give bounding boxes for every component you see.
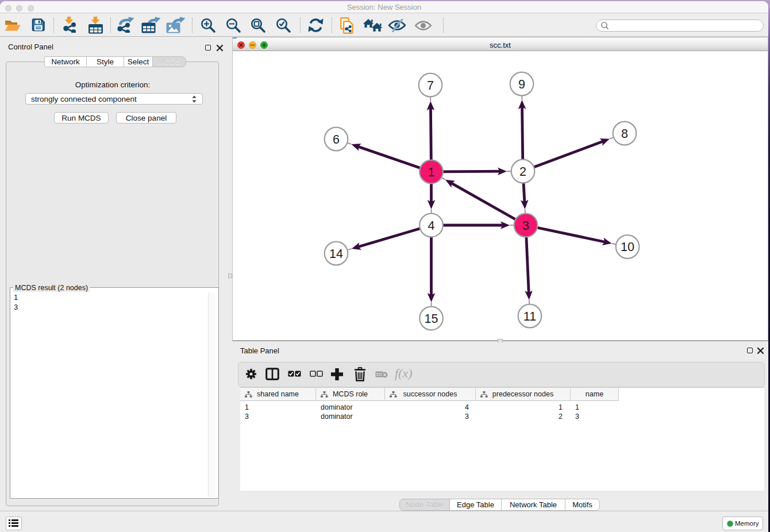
svg-text:8: 8 xyxy=(621,127,628,141)
svg-text:3: 3 xyxy=(522,219,529,233)
svg-text:1: 1 xyxy=(428,165,435,179)
svg-text:14: 14 xyxy=(329,247,343,261)
svg-text:15: 15 xyxy=(425,312,438,326)
svg-text:4: 4 xyxy=(428,219,435,233)
svg-text:7: 7 xyxy=(427,79,434,92)
svg-text:6: 6 xyxy=(333,133,340,147)
svg-text:11: 11 xyxy=(523,310,536,323)
svg-text:10: 10 xyxy=(621,240,634,254)
svg-text:9: 9 xyxy=(518,78,525,91)
svg-text:2: 2 xyxy=(519,165,526,179)
